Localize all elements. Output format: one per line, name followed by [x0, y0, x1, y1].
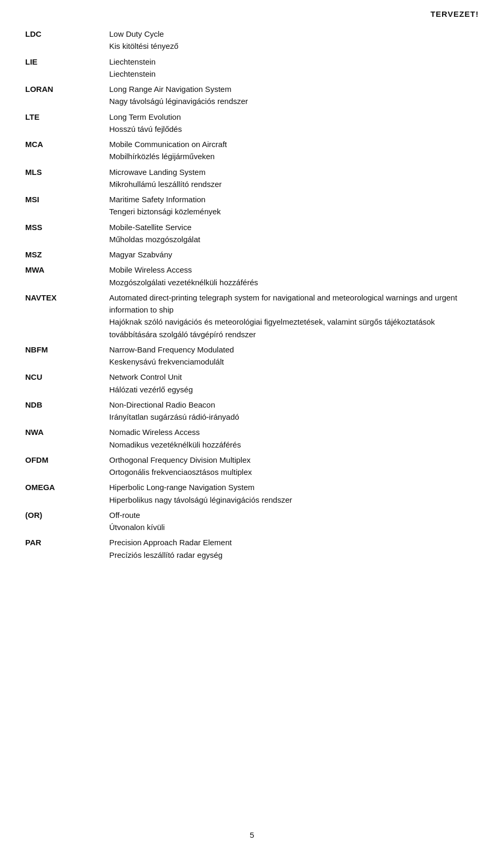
definition-english: Mobile Communication on Aircraft [109, 138, 479, 150]
definition-english: Microwave Landing System [109, 166, 479, 178]
definition-english: Orthogonal Frequency Division Multiplex [109, 454, 479, 466]
table-row: (OR)Off-routeÚtvonalon kívüli [25, 509, 479, 534]
definition-column: Mobile Wireless AccessMozgószolgálati ve… [109, 264, 479, 288]
definition-hungarian: Műholdas mozgószolgálat [109, 233, 479, 245]
definition-english: Nomadic Wireless Access [109, 426, 479, 438]
definition-english: Non-Directional Radio Beacon [109, 399, 479, 411]
table-row: MSSMobile-Satellite ServiceMűholdas mozg… [25, 221, 479, 246]
table-row: NWANomadic Wireless AccessNomadikus veze… [25, 426, 479, 451]
abbreviation: MSS [25, 221, 109, 232]
table-row: NDBNon-Directional Radio BeaconIrányítat… [25, 399, 479, 423]
table-row: MCAMobile Communication on AircraftMobil… [25, 138, 479, 163]
definition-column: Low Duty CycleKis kitöltési tényező [109, 28, 479, 53]
table-row: PARPrecision Approach Radar ElementPrecí… [25, 536, 479, 561]
definition-english: Long Range Air Navigation System [109, 83, 479, 95]
table-row: NCUNetwork Control UnitHálózati vezérlő … [25, 371, 479, 396]
table-row: LIELiechtensteinLiechtenstein [25, 56, 479, 80]
page-footer: 5 [0, 830, 504, 839]
definition-english: Automated direct-printing telegraph syst… [109, 292, 479, 316]
watermark: TERVEZET! [0, 0, 504, 18]
abbreviation: MLS [25, 166, 109, 176]
definition-hungarian: Hosszú távú fejlődés [109, 123, 479, 135]
table-row: MSIMaritime Safety InformationTengeri bi… [25, 193, 479, 218]
definition-column: LiechtensteinLiechtenstein [109, 56, 479, 80]
definition-column: Non-Directional Radio BeaconIrányítatlan… [109, 399, 479, 423]
definition-hungarian: Ortogonális frekvenciaosztásos multiplex [109, 466, 479, 478]
definition-hungarian: Keskenysávú frekvenciamodulált [109, 356, 479, 368]
abbreviation: LIE [25, 56, 109, 66]
definition-column: Long Term EvolutionHosszú távú fejlődés [109, 111, 479, 136]
abbreviation: MWA [25, 264, 109, 274]
definition-hungarian: Mozgószolgálati vezetéknélküli hozzáféré… [109, 276, 479, 288]
definition-hungarian: Liechtenstein [109, 68, 479, 80]
definition-hungarian: Útvonalon kívüli [109, 521, 479, 533]
definition-english: Long Term Evolution [109, 111, 479, 123]
abbreviation: NBFM [25, 344, 109, 354]
definition-english: Narrow-Band Frequency Modulated [109, 344, 479, 356]
abbreviation: LTE [25, 111, 109, 121]
definition-english: Mobile Wireless Access [109, 264, 479, 276]
watermark-text: TERVEZET! [430, 9, 479, 18]
abbreviation: NAVTEX [25, 292, 109, 302]
definition-hungarian: Kis kitöltési tényező [109, 40, 479, 52]
abbreviation: NWA [25, 426, 109, 437]
definition-hungarian: Mikrohullámú leszállító rendszer [109, 178, 479, 190]
table-row: OFDMOrthogonal Frequency Division Multip… [25, 454, 479, 479]
definition-column: Maritime Safety InformationTengeri bizto… [109, 193, 479, 218]
abbreviation: MSI [25, 193, 109, 204]
table-row: NAVTEXAutomated direct-printing telegrap… [25, 292, 479, 340]
definition-english: Mobile-Satellite Service [109, 221, 479, 233]
definition-english: Magyar Szabvány [109, 248, 479, 261]
table-row: MLSMicrowave Landing SystemMikrohullámú … [25, 166, 479, 191]
table-row: LDCLow Duty CycleKis kitöltési tényező [25, 28, 479, 53]
page-number: 5 [250, 830, 254, 839]
definition-hungarian: Hiperbolikus nagy távolságú léginavigáci… [109, 494, 479, 506]
definition-column: Automated direct-printing telegraph syst… [109, 292, 479, 340]
abbreviation: OFDM [25, 454, 109, 464]
definition-column: Off-routeÚtvonalon kívüli [109, 509, 479, 534]
table-row: MSZMagyar Szabvány [25, 248, 479, 261]
table-row: OMEGAHiperbolic Long-range Navigation Sy… [25, 481, 479, 506]
definition-hungarian: Hálózati vezérlő egység [109, 383, 479, 396]
definition-column: Narrow-Band Frequency ModulatedKeskenysá… [109, 344, 479, 368]
definition-column: Precision Approach Radar ElementPrecízió… [109, 536, 479, 561]
definition-hungarian: Hajóknak szóló navigációs és meteorológi… [109, 316, 479, 340]
main-content: LDCLow Duty CycleKis kitöltési tényezőLI… [0, 18, 504, 596]
definition-column: Hiperbolic Long-range Navigation SystemH… [109, 481, 479, 506]
abbreviation: MSZ [25, 248, 109, 259]
abbreviation: LDC [25, 28, 109, 38]
definition-hungarian: Tengeri biztonsági közlemények [109, 205, 479, 217]
abbreviation: NCU [25, 371, 109, 381]
definition-column: Nomadic Wireless AccessNomadikus vezeték… [109, 426, 479, 451]
definition-english: Hiperbolic Long-range Navigation System [109, 481, 479, 493]
table-row: NBFMNarrow-Band Frequency ModulatedKeske… [25, 344, 479, 368]
definition-hungarian: Mobilhírközlés légijárműveken [109, 150, 479, 162]
abbreviation: OMEGA [25, 481, 109, 492]
definition-column: Microwave Landing SystemMikrohullámú les… [109, 166, 479, 191]
abbreviation: LORAN [25, 83, 109, 93]
definition-english: Maritime Safety Information [109, 193, 479, 205]
abbreviation: NDB [25, 399, 109, 409]
table-row: LORANLong Range Air Navigation SystemNag… [25, 83, 479, 108]
definition-column: Mobile Communication on AircraftMobilhír… [109, 138, 479, 163]
definition-english: Off-route [109, 509, 479, 521]
definition-hungarian: Precíziós leszállító radar egység [109, 549, 479, 561]
definition-english: Network Control Unit [109, 371, 479, 383]
definition-column: Magyar Szabvány [109, 248, 479, 261]
definition-column: Network Control UnitHálózati vezérlő egy… [109, 371, 479, 396]
definition-english: Low Duty Cycle [109, 28, 479, 40]
table-row: MWAMobile Wireless AccessMozgószolgálati… [25, 264, 479, 288]
abbreviation: MCA [25, 138, 109, 149]
definition-english: Liechtenstein [109, 56, 479, 68]
definition-hungarian: Irányítatlan sugárzású rádió-irányadó [109, 411, 479, 423]
abbreviation: (OR) [25, 509, 109, 519]
definition-english: Precision Approach Radar Element [109, 536, 479, 548]
table-row: LTELong Term EvolutionHosszú távú fejlőd… [25, 111, 479, 136]
definition-column: Long Range Air Navigation SystemNagy táv… [109, 83, 479, 108]
definition-hungarian: Nagy távolságú léginavigációs rendszer [109, 95, 479, 107]
definition-column: Mobile-Satellite ServiceMűholdas mozgósz… [109, 221, 479, 246]
definition-hungarian: Nomadikus vezetéknélküli hozzáférés [109, 439, 479, 451]
abbreviation: PAR [25, 536, 109, 547]
definition-column: Orthogonal Frequency Division MultiplexO… [109, 454, 479, 479]
